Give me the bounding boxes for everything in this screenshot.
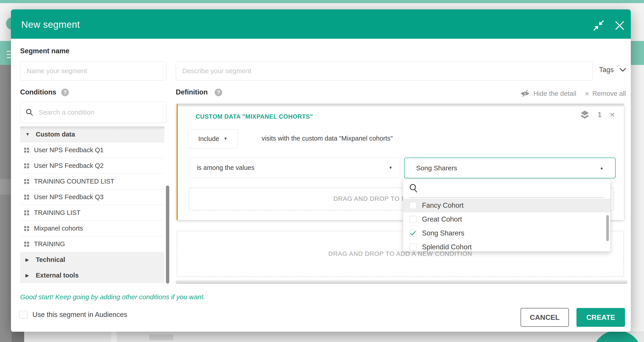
drag-handle-icon [24, 210, 30, 215]
definition-help-icon[interactable]: ? [215, 89, 222, 96]
background-block [24, 332, 111, 342]
condition-item[interactable]: Mixpanel cohorts [20, 220, 164, 236]
drag-handle-icon [24, 195, 30, 200]
dropdown-search[interactable] [409, 183, 418, 194]
condition-item[interactable]: TRAINING [20, 236, 164, 252]
audiences-checkbox[interactable] [20, 311, 28, 319]
drag-handle-icon [24, 179, 30, 184]
condition-card-title: CUSTOM DATA "MIXPANEL COHORTS" [196, 113, 313, 120]
checkbox-unchecked[interactable] [410, 243, 416, 251]
tags-dropdown[interactable]: Tags [599, 66, 626, 74]
value-combobox[interactable]: Song Sharers ▲ [404, 158, 616, 178]
hide-detail-label: Hide the detail [533, 90, 576, 97]
dropdown-option[interactable]: Great Cohort [403, 212, 610, 226]
layer-count: 1 [598, 111, 602, 119]
background-block [111, 332, 117, 342]
divider [410, 197, 604, 198]
conditions-title: Conditions [20, 88, 56, 96]
dropdown-option[interactable]: Splendid Cohort [403, 240, 610, 252]
drag-handle-icon [24, 226, 30, 231]
conditions-help-icon[interactable]: ? [61, 89, 69, 96]
search-icon [26, 108, 33, 117]
triangle-right-icon: ▶ [26, 257, 31, 262]
background-tab [149, 334, 173, 340]
triangle-right-icon: ▶ [26, 273, 31, 278]
progress-hint: Good start! Keep going by adding other c… [20, 293, 205, 301]
condition-search-box [20, 102, 166, 123]
checkbox-unchecked[interactable] [410, 202, 416, 209]
condition-item[interactable]: User NPS Feedback Q3 [20, 189, 164, 205]
eye-slash-icon [520, 89, 530, 98]
dropdown-scrollbar[interactable] [606, 215, 609, 241]
condition-item[interactable]: User NPS Feedback Q1 [20, 142, 164, 158]
horizontal-scrollbar[interactable] [176, 280, 628, 284]
drag-handle-icon [24, 163, 30, 168]
segment-description-input[interactable] [176, 61, 593, 81]
condition-group-technical[interactable]: ▶ Technical [20, 252, 164, 267]
tags-label: Tags [599, 66, 614, 74]
dropdown-option[interactable]: Song Sharers [403, 226, 610, 240]
audiences-label: Use this segment in Audiences [32, 311, 127, 319]
include-dropdown[interactable]: Include ▼ [188, 129, 238, 148]
condition-item[interactable]: TRAINING LIST [20, 205, 164, 220]
caret-up-icon: ▲ [600, 166, 604, 170]
background-panel [117, 332, 644, 342]
hide-detail-button[interactable]: Hide the detail [520, 89, 576, 98]
modal-title: New segment [21, 19, 80, 30]
triangle-down-icon: ▼ [26, 132, 31, 137]
layers-icon [580, 110, 590, 119]
condition-group-external-tools[interactable]: ▶ External tools [20, 267, 164, 283]
background-top-strip [0, 0, 644, 3]
operator-dropdown[interactable]: is among the values ▼ [189, 158, 400, 178]
dropdown-option[interactable]: Fancy Cohort [403, 199, 610, 212]
caret-down-icon: ▼ [389, 166, 392, 170]
new-segment-modal: New segment Segment n [11, 10, 631, 332]
conditions-list: ▼ Custom data User NPS Feedback Q1 User … [20, 126, 164, 283]
cancel-button[interactable]: CANCEL [520, 308, 569, 327]
modal-header: New segment [11, 10, 631, 39]
remove-all-label: Remove all [592, 90, 626, 97]
condition-item[interactable]: TRAINING COUNTED LIST [20, 173, 164, 189]
create-button[interactable]: CREATE [576, 308, 625, 327]
drag-handle-icon [24, 242, 30, 247]
checkbox-checked[interactable] [410, 230, 416, 237]
remove-all-button[interactable]: × Remove all [585, 89, 626, 98]
value-dropdown-panel: Fancy Cohort Great Cohort Song Sharers S… [403, 179, 610, 252]
background-sidebar [0, 65, 12, 342]
background-block [12, 332, 24, 342]
segment-name-label: Segment name [20, 47, 70, 55]
segment-name-input[interactable] [20, 61, 166, 81]
search-icon [409, 183, 418, 193]
collapse-icon[interactable] [593, 20, 604, 31]
drag-handle-icon [24, 148, 30, 153]
remove-condition-icon[interactable]: × [610, 110, 615, 119]
caret-down-icon: ▼ [224, 137, 228, 141]
remove-all-x-icon: × [585, 89, 589, 98]
sidebar-active-item [0, 179, 12, 195]
condition-group-custom-data[interactable]: ▼ Custom data [20, 126, 164, 142]
condition-item[interactable]: User NPS Feedback Q2 [20, 158, 164, 173]
condition-description: visits with the custom data "Mixpanel co… [262, 135, 393, 142]
conditions-scrollbar[interactable] [166, 186, 169, 284]
checkmark-icon [410, 231, 416, 236]
definition-title: Definition [176, 88, 208, 96]
checkbox-unchecked[interactable] [410, 216, 416, 223]
close-icon[interactable] [615, 21, 624, 31]
condition-search-input[interactable] [39, 109, 161, 116]
chevron-down-icon [620, 68, 626, 72]
